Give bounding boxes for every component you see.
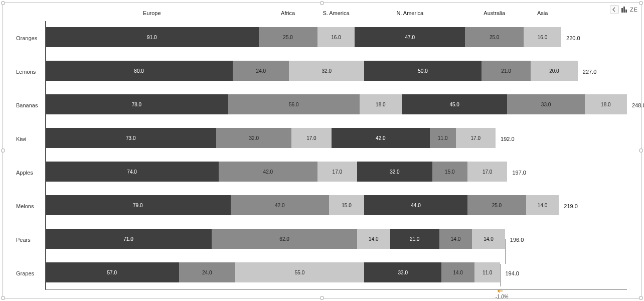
series-header-label: Europe	[132, 10, 172, 16]
stacked-bar[interactable]: 78.056.018.045.033.018.0	[45, 94, 627, 114]
row-total-label: 197.0	[512, 170, 526, 176]
row-total-label: 196.0	[510, 237, 524, 243]
bar-segment[interactable]: 17.0	[456, 128, 496, 148]
bar-segment[interactable]: 15.0	[432, 162, 467, 182]
table-row: Bananas78.056.018.045.033.018.0248.0	[16, 88, 633, 122]
bar-segment[interactable]: 42.0	[332, 128, 430, 148]
series-header-label: Africa	[268, 10, 308, 16]
bar-segment[interactable]: 16.0	[524, 27, 561, 47]
table-row: Grapes57.024.055.033.014.011.0194.0	[16, 256, 633, 290]
bar-segment[interactable]: 33.0	[364, 262, 441, 282]
bar-segment[interactable]: 21.0	[481, 61, 531, 81]
series-header-label: N. America	[390, 10, 430, 16]
bar-segment[interactable]: 32.0	[357, 162, 432, 182]
table-row: Melons79.042.015.044.025.014.0219.0	[16, 189, 633, 223]
bar-segment[interactable]: 32.0	[289, 61, 364, 81]
category-label: Kiwi	[16, 136, 43, 142]
bar-segment[interactable]: 17.0	[291, 128, 332, 148]
bar-segment[interactable]: 21.0	[390, 229, 439, 249]
table-row: Oranges91.025.016.047.025.016.0220.0	[16, 21, 633, 55]
chart-selection-frame[interactable]: ZE EuropeAfricaS. AmericaN. AmericaAustr…	[3, 3, 641, 298]
row-total-label: 192.0	[501, 136, 515, 142]
x-axis-line	[45, 289, 627, 290]
table-row: Kiwi73.032.017.042.011.017.0192.0	[16, 122, 633, 156]
bar-segment[interactable]: 33.0	[507, 94, 584, 114]
bar-segment[interactable]: 17.0	[317, 162, 358, 182]
category-label: Pears	[16, 237, 43, 243]
bar-segment[interactable]: 17.0	[467, 162, 508, 182]
stacked-bar[interactable]: 80.024.032.050.021.020.0	[45, 61, 578, 81]
bar-segment[interactable]: 15.0	[329, 195, 364, 215]
bar-segment[interactable]: 50.0	[364, 61, 481, 81]
bar-segment[interactable]: 57.0	[45, 262, 179, 282]
resize-handle[interactable]	[1, 148, 5, 153]
category-label: Lemons	[16, 69, 43, 75]
bar-segment[interactable]: 42.0	[231, 195, 329, 215]
stacked-bar[interactable]: 91.025.016.047.025.016.0	[45, 27, 561, 47]
bar-segment[interactable]: 14.0	[526, 195, 559, 215]
bar-segment[interactable]: 24.0	[233, 61, 289, 81]
row-total-label: 194.0	[505, 270, 519, 276]
resize-handle[interactable]	[320, 296, 324, 300]
category-label: Oranges	[16, 35, 43, 41]
bar-segment[interactable]: 24.0	[179, 262, 235, 282]
stacked-bar[interactable]: 74.042.017.032.015.017.0	[45, 162, 507, 182]
bar-segment[interactable]: 73.0	[45, 128, 216, 148]
y-axis-line	[45, 21, 46, 290]
bar-segment[interactable]: 78.0	[45, 94, 228, 114]
bar-segment[interactable]: 32.0	[216, 128, 291, 148]
category-label: Apples	[16, 170, 43, 176]
bar-segment[interactable]: 80.0	[45, 61, 233, 81]
resize-handle[interactable]	[639, 296, 643, 300]
bar-segment[interactable]: 71.0	[45, 229, 212, 249]
category-label: Grapes	[16, 270, 43, 276]
stacked-bar[interactable]: 57.024.055.033.014.011.0	[45, 262, 500, 282]
bar-segment[interactable]: 16.0	[317, 27, 355, 47]
bar-segment[interactable]: 91.0	[45, 27, 259, 47]
stacked-bar[interactable]: 79.042.015.044.025.014.0	[45, 195, 559, 215]
category-label: Bananas	[16, 102, 43, 108]
row-total-label: 227.0	[583, 69, 597, 75]
bar-segment[interactable]: 56.0	[228, 94, 360, 114]
bar-segment[interactable]: 11.0	[430, 128, 455, 148]
stacked-bar[interactable]: 73.032.017.042.011.017.0	[45, 128, 496, 148]
resize-handle[interactable]	[639, 1, 643, 5]
resize-handle[interactable]	[320, 1, 324, 5]
delta-edge-line	[505, 239, 506, 264]
bar-segment[interactable]: 47.0	[355, 27, 465, 47]
bar-segment[interactable]: 14.0	[439, 229, 472, 249]
series-header-label: S. America	[316, 10, 356, 16]
bar-segment[interactable]: 55.0	[235, 262, 364, 282]
bar-segment[interactable]: 44.0	[364, 195, 467, 215]
bar-segment[interactable]: 11.0	[474, 262, 500, 282]
bar-segment[interactable]: 74.0	[45, 162, 219, 182]
bar-segment[interactable]: 79.0	[45, 195, 231, 215]
bar-segment[interactable]: 45.0	[402, 94, 507, 114]
bar-segment[interactable]: 25.0	[467, 195, 526, 215]
table-row: Pears71.062.014.021.014.014.0196.0	[16, 223, 633, 256]
bar-segment[interactable]: 18.0	[585, 94, 627, 114]
category-label: Melons	[16, 203, 43, 209]
stacked-bar[interactable]: 71.062.014.021.014.014.0	[45, 229, 505, 249]
resize-handle[interactable]	[1, 296, 5, 300]
bar-segment[interactable]: 20.0	[531, 61, 578, 81]
bar-segment[interactable]: 25.0	[259, 27, 317, 47]
row-total-label: 219.0	[564, 203, 578, 209]
bar-segment[interactable]: 42.0	[219, 162, 317, 182]
bar-segment[interactable]: 14.0	[441, 262, 474, 282]
bar-segment[interactable]: 25.0	[465, 27, 524, 47]
delta-label: -1.0%	[495, 294, 508, 299]
bar-segment[interactable]: 62.0	[212, 229, 357, 249]
table-row: Lemons80.024.032.050.021.020.0227.0	[16, 55, 633, 88]
resize-handle[interactable]	[639, 148, 643, 153]
bar-segment[interactable]: 18.0	[360, 94, 402, 114]
series-header-label: Asia	[523, 10, 563, 16]
bar-segment[interactable]: 14.0	[472, 229, 505, 249]
chart-rows: Oranges91.025.016.047.025.016.0220.0Lemo…	[16, 21, 633, 290]
row-total-label: 248.0	[632, 102, 644, 108]
resize-handle[interactable]	[1, 1, 5, 5]
table-row: Apples74.042.017.032.015.017.0197.0	[16, 156, 633, 189]
delta-arrow-icon	[497, 288, 503, 294]
delta-edge-line	[500, 264, 501, 286]
bar-segment[interactable]: 14.0	[357, 229, 390, 249]
